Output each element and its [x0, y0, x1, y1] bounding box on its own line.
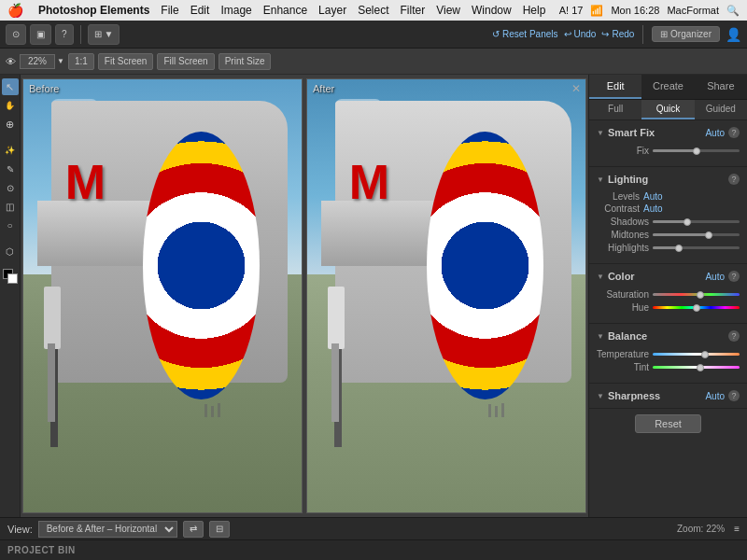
tint-slider[interactable] — [653, 366, 740, 369]
print-size-btn[interactable]: Print Size — [218, 53, 272, 70]
after-scene: M — [307, 79, 585, 512]
tab-quick[interactable]: Quick — [641, 100, 694, 119]
smart-fix-auto-btn[interactable]: Auto — [705, 128, 725, 138]
sharpness-info-btn[interactable]: ? — [728, 390, 740, 401]
menu-help[interactable]: Help — [523, 4, 546, 17]
hue-slider[interactable] — [653, 306, 740, 309]
clone-tool[interactable]: ⊙ — [2, 179, 19, 196]
contrast-auto-btn[interactable]: Auto — [643, 203, 663, 214]
color-content: Saturation Hue — [589, 285, 747, 319]
menu-window[interactable]: Window — [472, 4, 512, 17]
sharpness-header[interactable]: ▼ Sharpness Auto ? — [589, 387, 747, 404]
tab-share[interactable]: Share — [695, 75, 747, 99]
tint-thumb[interactable] — [697, 364, 704, 371]
layout-btn[interactable]: ⊞ ▼ — [88, 24, 120, 45]
apple-menu[interactable]: 🍎 — [7, 3, 23, 18]
select-tool[interactable] — [2, 78, 19, 95]
color-info-btn[interactable]: ? — [728, 271, 740, 282]
color-swatch[interactable] — [3, 269, 18, 284]
mode-tabs: Full Quick Guided — [589, 100, 747, 120]
shadows-control-row: Shadows — [597, 217, 740, 227]
balance-info-btn[interactable]: ? — [728, 330, 740, 342]
person-figure — [32, 188, 93, 447]
color-title: Color — [608, 271, 706, 282]
tab-full[interactable]: Full — [589, 100, 641, 119]
temperature-label: Temperature — [597, 349, 649, 359]
eraser-tool[interactable]: ◫ — [2, 198, 19, 215]
tab-edit[interactable]: Edit — [589, 75, 641, 99]
saturation-slider[interactable] — [653, 293, 740, 296]
after-panel-close[interactable]: ✕ — [571, 82, 581, 95]
smart-fix-section: ▼ Smart Fix Auto ? Fix — [589, 120, 747, 167]
reset-button[interactable]: Reset — [635, 414, 701, 433]
smart-fix-info-btn[interactable]: ? — [728, 127, 740, 138]
main-content: ✨ ✎ ⊙ ◫ ○ ⬡ Before — [0, 75, 747, 517]
menu-view[interactable]: View — [436, 4, 460, 17]
menu-enhance[interactable]: Enhance — [263, 4, 307, 17]
mode-btn[interactable]: ▣ — [30, 24, 51, 45]
menu-select[interactable]: Select — [358, 4, 388, 17]
highlights-slider[interactable] — [653, 246, 740, 249]
canvas-area: Before M — [21, 75, 588, 517]
lighting-header[interactable]: ▼ Lighting ? — [589, 171, 747, 188]
before-scene: M — [23, 79, 302, 512]
bottom-expand-btn[interactable]: ≡ — [734, 524, 740, 534]
saturation-thumb[interactable] — [697, 291, 704, 299]
view-mode-select[interactable]: Before & After – Horizontal — [38, 521, 177, 538]
icon-selector-btn[interactable]: ⊙ — [6, 24, 26, 45]
tab-create[interactable]: Create — [641, 75, 694, 99]
before-image: M — [23, 79, 302, 512]
tab-guided[interactable]: Guided — [695, 100, 747, 119]
sharpness-auto-btn[interactable]: Auto — [705, 391, 725, 401]
menu-image[interactable]: Image — [220, 4, 251, 17]
project-bin-label: PROJECT BIN — [7, 545, 76, 555]
fit-screen-btn[interactable]: Fit Screen — [98, 53, 154, 70]
layout-chevron: ▼ — [105, 29, 114, 39]
redo-btn[interactable]: ↪ Redo — [601, 29, 634, 39]
brush-tool[interactable]: ✎ — [2, 161, 19, 177]
fill-screen-btn[interactable]: Fill Screen — [157, 53, 214, 70]
zoom-input[interactable] — [20, 54, 55, 69]
highlights-control-row: Highlights — [597, 243, 740, 253]
color-auto-btn[interactable]: Auto — [705, 272, 725, 282]
shadows-label: Shadows — [597, 217, 649, 227]
swap-panels-btn[interactable]: ⇄ — [183, 521, 204, 538]
menu-file[interactable]: File — [161, 4, 178, 17]
midtones-thumb[interactable] — [705, 231, 712, 239]
highlights-thumb[interactable] — [675, 245, 683, 252]
help-icon: ? — [62, 29, 67, 39]
dual-view-btn[interactable]: ⊟ — [209, 521, 230, 538]
midtones-slider[interactable] — [653, 233, 740, 236]
organizer-btn[interactable]: ⊞ Organizer — [652, 26, 720, 42]
reset-panels-btn[interactable]: ↺ Reset Panels — [492, 29, 557, 39]
balance-section: ▼ Balance ? Temperature Tint — [589, 324, 747, 384]
help-btn[interactable]: ? — [55, 24, 74, 45]
dodge-tool[interactable]: ○ — [2, 217, 19, 233]
zoom-tool[interactable] — [2, 116, 19, 133]
zoom-dropdown-icon[interactable]: ▼ — [57, 57, 64, 65]
fix-slider[interactable] — [653, 149, 740, 152]
color-header[interactable]: ▼ Color Auto ? — [589, 268, 747, 285]
undo-btn[interactable]: ↩ Undo — [564, 29, 597, 39]
shadows-thumb[interactable] — [684, 218, 691, 226]
lighting-info-btn[interactable]: ? — [728, 174, 740, 185]
menu-layer[interactable]: Layer — [318, 4, 346, 17]
smart-fix-header[interactable]: ▼ Smart Fix Auto ? — [589, 124, 747, 141]
eyedrop-tool[interactable]: ⬡ — [2, 243, 19, 259]
hand-tool[interactable] — [2, 97, 19, 114]
temperature-thumb[interactable] — [701, 351, 709, 358]
left-toolbar: ✨ ✎ ⊙ ◫ ○ ⬡ — [0, 75, 21, 517]
ratio-btn[interactable]: 1:1 — [68, 53, 94, 70]
shadows-slider[interactable] — [653, 220, 740, 223]
hue-thumb[interactable] — [693, 304, 700, 312]
search-icon[interactable]: 🔍 — [726, 5, 740, 17]
smart-fix-tool[interactable]: ✨ — [2, 142, 19, 159]
temperature-slider[interactable] — [653, 353, 740, 356]
menu-filter[interactable]: Filter — [401, 4, 426, 17]
fix-thumb[interactable] — [693, 147, 700, 155]
organizer-grid-icon: ⊞ — [660, 29, 670, 39]
balance-header[interactable]: ▼ Balance ? — [589, 328, 747, 344]
levels-auto-btn[interactable]: Auto — [643, 191, 663, 202]
after-person-figure — [316, 188, 377, 447]
menu-edit[interactable]: Edit — [190, 4, 210, 17]
